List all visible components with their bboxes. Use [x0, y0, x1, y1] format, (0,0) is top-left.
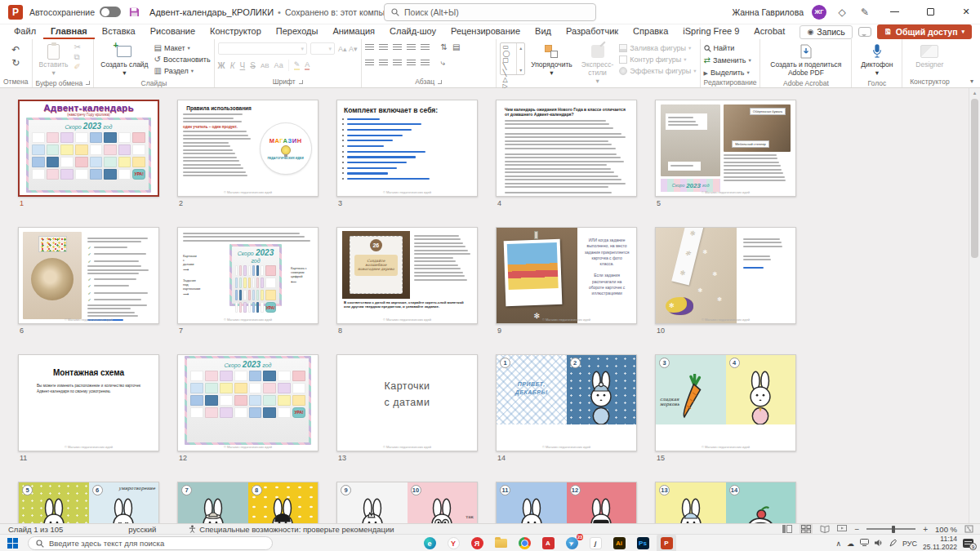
- align-text-icon[interactable]: ▤: [452, 43, 460, 51]
- shapes-gallery[interactable]: ▭ ◯ ▢ ╲ ╲ △ ▷ ⇨ ⇩ ▣ ∿ ⌣ { } ☆ ▴▾: [500, 42, 526, 75]
- scrollbar[interactable]: ▴: [969, 88, 980, 523]
- paste-button[interactable]: Вставить ▾: [36, 42, 72, 79]
- tab-Слайд-шоу[interactable]: Слайд-шоу: [382, 24, 443, 39]
- zoom-level[interactable]: 100 %: [935, 525, 957, 534]
- slide-thumbnail-8[interactable]: 26Создайте волшебное новогоднее деревоВ …: [336, 227, 478, 324]
- slide-thumbnail-17[interactable]: 78© Магазин педагогических идей: [177, 482, 318, 523]
- slide-thumbnail-10[interactable]: ✻✻✻✻✻✻✻© Магазин педагогических идей: [655, 227, 796, 324]
- slide-thumbnail-2[interactable]: Правила использованияодин учитель – один…: [177, 100, 318, 197]
- taskbar-app-yandex-browser[interactable]: Y: [443, 535, 463, 551]
- font-color-icon[interactable]: А: [305, 60, 310, 70]
- zoom-in-icon[interactable]: +: [923, 525, 928, 534]
- search-box[interactable]: Поиск (Alt+Ы): [384, 3, 596, 21]
- taskbar-app-telegram[interactable]: 23: [562, 535, 581, 551]
- tab-Файл[interactable]: Файл: [7, 24, 43, 39]
- fit-to-window-icon[interactable]: [964, 525, 973, 533]
- shape-effects-button[interactable]: Эффекты фигуры▾: [619, 66, 696, 76]
- clock[interactable]: 11:14 25.11.2022: [923, 535, 957, 551]
- zoom-slider-thumb[interactable]: [892, 526, 895, 533]
- text-highlight-icon[interactable]: ✎: [294, 60, 301, 70]
- slide-sorter-view-icon[interactable]: [800, 524, 813, 534]
- volume-icon[interactable]: [875, 539, 884, 549]
- accessibility-check[interactable]: Специальные возможности: проверьте реком…: [189, 525, 394, 534]
- reading-view-icon[interactable]: [820, 525, 830, 533]
- taskbar-app-acrobat[interactable]: A: [538, 535, 558, 551]
- smartart-convert-icon[interactable]: ⤷: [441, 59, 446, 67]
- taskbar-app-yandex[interactable]: Я: [467, 535, 487, 551]
- slide-thumbnail-19[interactable]: 1112© Магазин педагогических идей: [496, 482, 637, 523]
- record-button[interactable]: ◉ Запись: [800, 25, 852, 39]
- italic-icon[interactable]: К: [230, 61, 235, 70]
- section-button[interactable]: ▥Раздел▾: [154, 66, 211, 76]
- display-icon[interactable]: [860, 539, 869, 548]
- slide-thumbnail-18[interactable]: 910такмило© Магазин педагогических идей: [336, 482, 478, 523]
- tab-Вставка[interactable]: Вставка: [95, 24, 143, 39]
- dictate-button[interactable]: Диктофон ▾: [858, 42, 896, 79]
- taskbar-app-photoshop[interactable]: Ps: [633, 535, 653, 551]
- tab-Вид[interactable]: Вид: [528, 24, 559, 39]
- slide-thumbnail-13[interactable]: Карточкис датами© Магазин педагогических…: [336, 354, 478, 451]
- taskbar-search[interactable]: Введите здесь текст для поиска: [28, 536, 273, 550]
- columns-icon[interactable]: [421, 60, 430, 67]
- find-button[interactable]: Найти: [704, 43, 751, 53]
- language-indicator[interactable]: русский: [128, 525, 156, 534]
- tray-expand-icon[interactable]: ∧: [835, 540, 841, 548]
- font-dialog-launcher[interactable]: [299, 80, 303, 84]
- bold-icon[interactable]: Ж: [218, 61, 225, 70]
- slide-thumbnail-11[interactable]: Монтажная схемаВы можете изменить распол…: [18, 354, 159, 451]
- taskbar-app-powerpoint[interactable]: P: [657, 535, 676, 551]
- text-direction-icon[interactable]: ⇅: [441, 43, 448, 51]
- slide-thumbnail-20[interactable]: 1314© Магазин педагогических идей: [655, 482, 796, 523]
- scrollbar-up-icon[interactable]: ▴: [973, 88, 977, 98]
- indent-increase-icon[interactable]: [407, 44, 416, 51]
- coach-icon[interactable]: ◇: [835, 7, 849, 18]
- numbering-icon[interactable]: [379, 44, 388, 51]
- slide-thumbnail-4[interactable]: Чем календарь ожидания Нового Года в кла…: [496, 100, 637, 197]
- share-button[interactable]: 🖻 Общий доступ ▾: [877, 24, 972, 39]
- reset-button[interactable]: ↺Восстановить: [154, 55, 211, 64]
- slide-thumbnail-9[interactable]: ✻ИЛИ когда задание выполнено, на место з…: [496, 227, 637, 324]
- bullets-icon[interactable]: [365, 44, 374, 51]
- select-button[interactable]: ▶Выделить▾: [704, 68, 751, 78]
- slideshow-view-icon[interactable]: [837, 525, 847, 533]
- taskbar-app-ispring[interactable]: j: [586, 535, 605, 551]
- copy-icon[interactable]: ⧉: [74, 53, 81, 61]
- font-size-combo[interactable]: ▾: [310, 42, 335, 55]
- shape-fill-button[interactable]: Заливка фигуры▾: [619, 43, 696, 53]
- slide-thumbnail-15[interactable]: 3сладкаяморковь4© Магазин педагогических…: [655, 354, 796, 451]
- user-avatar[interactable]: ЖГ: [812, 5, 826, 20]
- slide-thumbnail-6[interactable]: ✓✓✓✓✓✓✓© Магазин педагогических идей: [18, 227, 159, 324]
- tab-Рецензирование[interactable]: Рецензирование: [443, 24, 528, 39]
- maximize-button[interactable]: [916, 0, 944, 24]
- layout-button[interactable]: ▤Макет▾: [154, 43, 211, 53]
- slide-thumbnail-14[interactable]: 1ПРИВЕТ,ДЕКАБРЬ!2© Магазин педагогически…: [496, 354, 637, 451]
- slide-thumbnail-5[interactable]: Скоро 2023 годОбёрточная бумагаМебельный…: [655, 100, 796, 197]
- undo-icon[interactable]: ↶: [11, 45, 20, 55]
- change-case-icon[interactable]: Аа: [274, 61, 283, 69]
- replace-button[interactable]: ⇄Заменить▾: [704, 56, 751, 65]
- clipboard-dialog-launcher[interactable]: [86, 81, 90, 85]
- quick-styles-button[interactable]: Экспресс-стили ▾: [578, 42, 617, 87]
- tab-Рисование[interactable]: Рисование: [143, 24, 203, 39]
- taskbar-app-explorer[interactable]: [491, 535, 510, 551]
- notification-center-icon[interactable]: 9: [963, 539, 973, 548]
- tab-Конструктор[interactable]: Конструктор: [203, 24, 269, 39]
- slide-thumbnail-7[interactable]: Карточки с датамиЗадание под карточкамиС…: [177, 227, 318, 324]
- scrollbar-thumb[interactable]: [971, 99, 978, 258]
- slide-thumbnail-12[interactable]: Скоро 2023 годУРА!© Магазин педагогическ…: [177, 354, 318, 451]
- align-center-icon[interactable]: [379, 60, 388, 67]
- new-slide-button[interactable]: Создать слайд ▾: [97, 42, 151, 79]
- pen-settings-icon[interactable]: [889, 539, 897, 549]
- align-left-icon[interactable]: [365, 60, 374, 67]
- taskbar-app-illustrator[interactable]: Ai: [609, 535, 629, 551]
- designer-button[interactable]: Designer: [912, 42, 947, 71]
- tab-Анимация[interactable]: Анимация: [325, 24, 382, 39]
- editing-mode-icon[interactable]: ✎: [858, 7, 872, 18]
- start-button[interactable]: [0, 538, 24, 549]
- taskbar-app-edge[interactable]: e: [420, 535, 439, 551]
- onedrive-icon[interactable]: ☁: [847, 540, 854, 548]
- slide-thumbnail-16[interactable]: 56умиротворение© Магазин педагогических …: [18, 482, 159, 523]
- line-spacing-icon[interactable]: [421, 44, 430, 51]
- align-right-icon[interactable]: [393, 60, 402, 67]
- justify-icon[interactable]: [407, 60, 416, 67]
